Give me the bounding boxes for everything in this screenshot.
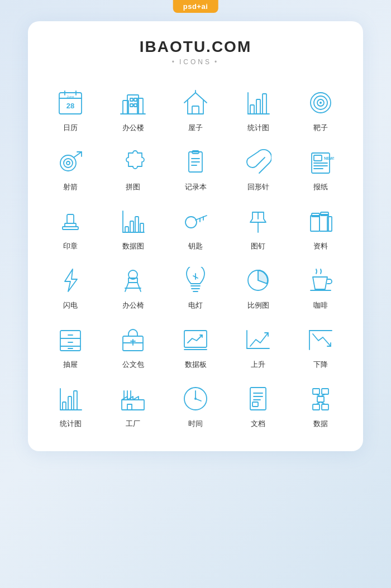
key-label: 钥匙 — [188, 241, 203, 251]
icon-card: IBAOTU.COM ICONS 28June日历办公楼屋子统计图靶子射箭拼图记… — [28, 21, 363, 451]
svg-rect-110 — [317, 396, 324, 402]
svg-rect-46 — [130, 221, 133, 232]
svg-rect-56 — [312, 213, 320, 217]
svg-rect-45 — [125, 227, 128, 232]
svg-rect-35 — [314, 155, 322, 161]
clock-icon — [180, 383, 211, 414]
icon-cell-database: 数据 — [289, 375, 352, 434]
briefcase-icon — [117, 324, 149, 355]
clock-label: 时间 — [188, 419, 203, 429]
svg-point-49 — [185, 217, 197, 228]
barchart-label: 统计图 — [247, 123, 269, 133]
icon-cell-trendingup: 上升 — [227, 316, 289, 375]
svg-rect-11 — [134, 98, 137, 101]
trendingdown-label: 下降 — [313, 360, 328, 370]
briefcase-label: 公文包 — [122, 360, 144, 370]
svg-rect-112 — [322, 404, 328, 410]
calendar-label: 日历 — [63, 123, 78, 133]
svg-rect-92 — [68, 396, 71, 410]
svg-rect-91 — [63, 402, 66, 410]
paperclip-label: 回形针 — [247, 182, 269, 192]
svg-rect-73 — [60, 331, 80, 351]
icon-cell-folders: 资料 — [289, 198, 352, 257]
svg-rect-55 — [311, 216, 320, 231]
clipboard-label: 记录本 — [185, 182, 207, 192]
svg-rect-13 — [134, 104, 137, 107]
stamp-label: 印章 — [63, 241, 78, 251]
target-icon — [305, 87, 336, 118]
barchart2-label: 统计图 — [60, 419, 82, 429]
icon-cell-barchart2: 统计图 — [39, 375, 102, 434]
svg-line-28 — [74, 152, 82, 157]
house-icon — [180, 87, 211, 118]
trendingup-label: 上升 — [251, 360, 265, 370]
chair-icon — [117, 265, 149, 296]
datachart-label: 数据图 — [122, 241, 144, 251]
icon-cell-dashboard: 数据板 — [164, 316, 227, 375]
building-label: 办公楼 — [122, 123, 144, 133]
svg-point-27 — [66, 161, 70, 165]
arrow-target-icon — [55, 146, 86, 178]
icon-cell-barchart: 统计图 — [227, 79, 289, 138]
datachart-icon — [117, 205, 149, 237]
bulb-icon — [180, 265, 211, 296]
card-header: IBAOTU.COM ICONS — [39, 38, 352, 66]
icon-cell-datachart: 数据图 — [102, 198, 164, 257]
document-icon — [242, 383, 274, 414]
coffee-icon — [305, 265, 336, 296]
chair-label: 办公椅 — [122, 300, 144, 310]
svg-rect-94 — [122, 400, 144, 410]
icon-cell-puzzle: 拼图 — [102, 138, 164, 198]
icon-cell-trendingdown: 下降 — [289, 316, 352, 375]
svg-point-26 — [64, 159, 73, 168]
lightning-icon — [55, 265, 86, 296]
svg-text:NEWS: NEWS — [324, 156, 334, 160]
icon-cell-document: 文档 — [227, 375, 289, 434]
svg-line-61 — [125, 283, 128, 291]
icon-cell-bulb: 电灯 — [164, 257, 227, 316]
target-label: 靶子 — [313, 123, 328, 133]
icon-cell-clipboard: 记录本 — [164, 138, 227, 198]
icon-cell-house: 屋子 — [164, 79, 227, 138]
clipboard-icon — [180, 146, 211, 178]
icon-cell-arrow-target: 射箭 — [39, 138, 102, 198]
svg-rect-19 — [256, 99, 260, 114]
drawer-label: 抽屉 — [63, 360, 78, 370]
svg-rect-58 — [321, 212, 328, 216]
svg-rect-111 — [313, 404, 320, 410]
key-icon — [180, 205, 211, 237]
svg-rect-48 — [140, 223, 144, 232]
svg-rect-10 — [130, 98, 133, 101]
stamp-icon — [55, 205, 86, 237]
building-icon — [117, 87, 149, 118]
icon-cell-newspaper: NEWS报纸 — [289, 138, 352, 198]
icon-cell-lightning: 闪电 — [39, 257, 102, 316]
piechart-label: 比例图 — [247, 300, 269, 310]
svg-rect-107 — [252, 402, 258, 407]
svg-rect-98 — [127, 404, 132, 410]
icons-grid: 28June日历办公楼屋子统计图靶子射箭拼图记录本回形针NEWS报纸印章数据图钥… — [39, 79, 352, 434]
svg-rect-42 — [63, 227, 78, 230]
card-subtitle: ICONS — [39, 58, 352, 66]
icon-cell-chair: 办公椅 — [102, 257, 164, 316]
svg-point-24 — [320, 102, 322, 104]
icon-cell-calendar: 28June日历 — [39, 79, 102, 138]
icon-cell-clock: 时间 — [164, 375, 227, 434]
svg-rect-83 — [184, 331, 207, 347]
icon-cell-piechart: 比例图 — [227, 257, 289, 316]
piechart-icon — [242, 265, 274, 296]
newspaper-icon: NEWS — [305, 146, 336, 178]
icon-cell-key: 钥匙 — [164, 198, 227, 257]
svg-line-62 — [137, 283, 141, 291]
svg-rect-109 — [322, 389, 328, 394]
house-label: 屋子 — [188, 123, 203, 133]
svg-text:28: 28 — [66, 102, 74, 110]
puzzle-label: 拼图 — [126, 182, 140, 192]
svg-line-102 — [196, 399, 201, 401]
svg-rect-14 — [192, 106, 199, 114]
icon-cell-briefcase: 公文包 — [102, 316, 164, 375]
svg-text:June: June — [66, 95, 74, 98]
database-icon — [305, 383, 336, 414]
coffee-label: 咖啡 — [313, 300, 328, 310]
bulb-label: 电灯 — [188, 300, 203, 310]
